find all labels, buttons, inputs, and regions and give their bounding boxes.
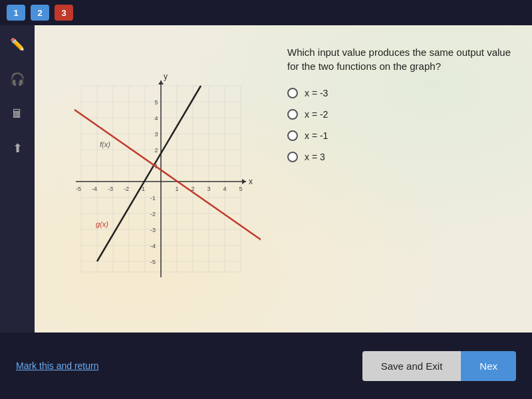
mark-return-link[interactable]: Mark this and return — [16, 360, 99, 371]
pencil-icon[interactable]: ✏️ — [6, 33, 29, 56]
nav-btn-3[interactable]: 3 — [55, 5, 73, 21]
svg-text:-5: -5 — [76, 186, 81, 192]
top-bar: 1 2 3 — [0, 0, 532, 25]
nav-btn-2[interactable]: 2 — [31, 5, 49, 21]
answer-option-1[interactable]: x = -3 — [287, 88, 519, 98]
fx-line — [97, 86, 201, 261]
save-exit-button[interactable]: Save and Exit — [362, 351, 462, 381]
headphones-icon[interactable]: 🎧 — [6, 68, 29, 90]
radio-1[interactable] — [287, 88, 298, 98]
main-content: x y -5 -4 -3 -2 -1 1 2 3 4 5 5 4 3 2 1 -… — [35, 25, 532, 332]
answer-option-4[interactable]: x = 3 — [287, 152, 519, 162]
answer-label-3: x = -1 — [305, 130, 328, 141]
svg-text:4: 4 — [223, 186, 226, 192]
x-axis-label: x — [249, 177, 253, 186]
answer-option-3[interactable]: x = -1 — [287, 130, 519, 141]
svg-text:-4: -4 — [92, 186, 97, 192]
graph-container: x y -5 -4 -3 -2 -1 1 2 3 4 5 5 4 3 2 1 -… — [48, 39, 274, 319]
svg-text:-5: -5 — [150, 259, 156, 265]
svg-text:4: 4 — [154, 115, 158, 122]
radio-3[interactable] — [287, 130, 298, 141]
next-button[interactable]: Nex — [461, 351, 516, 381]
svg-text:-4: -4 — [150, 243, 156, 249]
radio-2[interactable] — [287, 109, 298, 120]
bottom-bar: Mark this and return Save and Exit Nex — [0, 332, 532, 399]
nav-btn-1[interactable]: 1 — [7, 5, 25, 21]
gx-line — [74, 110, 261, 272]
bottom-right-buttons: Save and Exit Nex — [362, 351, 516, 381]
question-area: Which input value produces the same outp… — [287, 39, 519, 319]
radio-4[interactable] — [287, 152, 298, 162]
svg-text:5: 5 — [154, 99, 158, 106]
svg-text:5: 5 — [239, 186, 242, 192]
svg-text:-2: -2 — [124, 186, 129, 192]
svg-text:3: 3 — [207, 186, 210, 192]
question-text: Which input value produces the same outp… — [287, 45, 519, 73]
sidebar: ✏️ 🎧 🖩 ⬆ — [0, 25, 35, 332]
answer-label-4: x = 3 — [305, 152, 325, 162]
svg-marker-27 — [158, 80, 164, 84]
svg-marker-26 — [242, 179, 246, 184]
svg-text:-1: -1 — [150, 195, 156, 201]
calculator-icon[interactable]: 🖩 — [6, 102, 29, 125]
answer-label-2: x = -2 — [305, 109, 328, 120]
fx-label: f(x) — [100, 140, 110, 148]
answer-label-1: x = -3 — [305, 88, 328, 98]
svg-text:-3: -3 — [108, 186, 113, 192]
gx-label: g(x) — [96, 220, 108, 228]
svg-text:1: 1 — [175, 186, 178, 192]
answer-option-2[interactable]: x = -2 — [287, 109, 519, 120]
svg-text:3: 3 — [154, 131, 158, 138]
graph-svg: x y -5 -4 -3 -2 -1 1 2 3 4 5 5 4 3 2 1 -… — [61, 72, 261, 285]
svg-text:2: 2 — [154, 147, 158, 154]
svg-text:-2: -2 — [150, 211, 156, 217]
svg-text:-3: -3 — [150, 227, 156, 233]
y-axis-label: y — [164, 72, 168, 81]
upload-icon[interactable]: ⬆ — [6, 137, 29, 160]
